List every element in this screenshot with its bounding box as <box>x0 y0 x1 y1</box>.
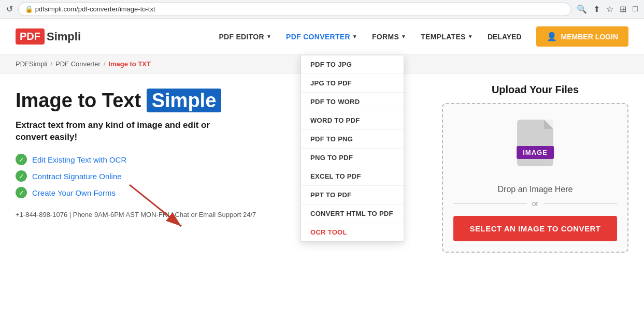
feature-label-3: Create Your Own Forms <box>32 188 116 197</box>
svg-line-1 <box>130 185 181 226</box>
chevron-down-icon: ▼ <box>266 34 271 39</box>
dropdown-item-ocr-tool[interactable]: OCR TOOL <box>301 223 404 241</box>
dropdown-item-word-to-pdf[interactable]: WORD TO PDF <box>301 111 404 130</box>
breadcrumb-current: Image to TXT <box>108 60 151 68</box>
or-line-right <box>543 203 617 204</box>
main-nav: PDF EDITOR ▼ PDF CONVERTER ▼ FORMS ▼ TEM… <box>213 26 628 47</box>
extensions-icon[interactable]: ⊞ <box>620 4 626 14</box>
breadcrumb-home[interactable]: PDFSimpli <box>16 60 47 68</box>
file-icon-label: IMAGE <box>517 146 554 159</box>
chevron-down-icon: ▼ <box>401 34 406 39</box>
dropdown-item-jpg-to-pdf[interactable]: JPG TO PDF <box>301 74 404 93</box>
upload-area[interactable]: IMAGE Drop an Image Here or SELECT AN IM… <box>442 103 628 253</box>
check-icon-3: ✓ <box>16 187 27 198</box>
pdf-converter-dropdown: PDF TO JPG JPG TO PDF PDF TO WORD WORD T… <box>300 55 404 242</box>
member-login-label: MEMBER LOGIN <box>561 33 618 41</box>
breadcrumb-section[interactable]: PDF Converter <box>55 60 101 68</box>
or-text: or <box>532 199 538 208</box>
or-divider: or <box>453 199 617 208</box>
select-image-button[interactable]: SELECT AN IMAGE TO CONVERT <box>453 216 617 241</box>
right-section: Upload Your Files IMAGE Drop an Image He… <box>426 74 644 320</box>
drop-text: Drop an Image Here <box>453 185 617 194</box>
file-icon: IMAGE <box>512 120 559 177</box>
nav-templates[interactable]: TEMPLATES ▼ <box>416 28 478 45</box>
nav-pdf-converter-label: PDF CONVERTER <box>286 33 350 41</box>
member-login-button[interactable]: 👤 MEMBER LOGIN <box>536 26 628 47</box>
nav-pdf-converter[interactable]: PDF CONVERTER ▼ <box>281 28 363 45</box>
file-icon-corner <box>544 120 553 129</box>
dropdown-item-pdf-to-png[interactable]: PDF TO PNG <box>301 130 404 149</box>
hero-title-highlight: Simple <box>147 89 222 112</box>
or-line-left <box>453 203 527 204</box>
user-icon: 👤 <box>547 32 557 41</box>
url-bar[interactable]: 🔒 pdfsimpli.com/pdf-converter/image-to-t… <box>18 3 571 16</box>
breadcrumb-sep-1: / <box>50 60 52 68</box>
site-header: PDF Simpli PDF EDITOR ▼ PDF CONVERTER ▼ … <box>0 19 644 55</box>
feature-label-2: Contract Signature Online <box>32 172 122 181</box>
lock-icon: 🔒 <box>25 5 33 13</box>
nav-pdf-editor[interactable]: PDF EDITOR ▼ <box>213 28 277 45</box>
feature-label-1: Edit Existing Text with OCR <box>32 155 126 164</box>
logo-pdf: PDF <box>16 28 45 45</box>
check-icon-2: ✓ <box>16 170 27 182</box>
nav-delayed[interactable]: DELAYED <box>482 28 527 45</box>
reload-icon[interactable]: ↺ <box>6 4 13 14</box>
star-icon[interactable]: ☆ <box>606 4 613 14</box>
arrow-annotation <box>119 180 202 242</box>
upload-title: Upload Your Files <box>442 84 628 96</box>
logo-simpli: Simpli <box>47 30 81 43</box>
browser-controls: ↺ <box>6 4 13 14</box>
dropdown-item-pdf-to-jpg[interactable]: PDF TO JPG <box>301 55 404 74</box>
dropdown-item-ppt-to-pdf[interactable]: PPT TO PDF <box>301 186 404 205</box>
nav-pdf-editor-label: PDF EDITOR <box>219 33 264 41</box>
file-icon-body: IMAGE <box>517 120 553 166</box>
share-icon[interactable]: ⬆ <box>593 4 600 14</box>
breadcrumb-sep-2: / <box>104 60 106 68</box>
dropdown-item-png-to-pdf[interactable]: PNG TO PDF <box>301 149 404 167</box>
dropdown-item-convert-html-to-pdf[interactable]: CONVERT HTML TO PDF <box>301 205 404 223</box>
dropdown-item-pdf-to-word[interactable]: PDF TO WORD <box>301 93 404 111</box>
search-icon[interactable]: 🔍 <box>577 4 587 14</box>
maximize-icon[interactable]: □ <box>633 4 638 14</box>
hero-title-before: Image to Text <box>16 90 141 111</box>
nav-forms[interactable]: FORMS ▼ <box>367 28 411 45</box>
nav-templates-label: TEMPLATES <box>421 33 465 41</box>
chevron-down-icon: ▼ <box>468 34 473 39</box>
check-icon-1: ✓ <box>16 154 27 165</box>
dropdown-item-excel-to-pdf[interactable]: EXCEL TO PDF <box>301 167 404 186</box>
browser-actions: 🔍 ⬆ ☆ ⊞ □ <box>577 4 638 14</box>
chevron-down-icon: ▼ <box>352 34 357 39</box>
browser-bar: ↺ 🔒 pdfsimpli.com/pdf-converter/image-to… <box>0 0 644 19</box>
nav-forms-label: FORMS <box>372 33 399 41</box>
logo[interactable]: PDF Simpli <box>16 28 81 45</box>
url-text: pdfsimpli.com/pdf-converter/image-to-txt <box>35 5 155 13</box>
